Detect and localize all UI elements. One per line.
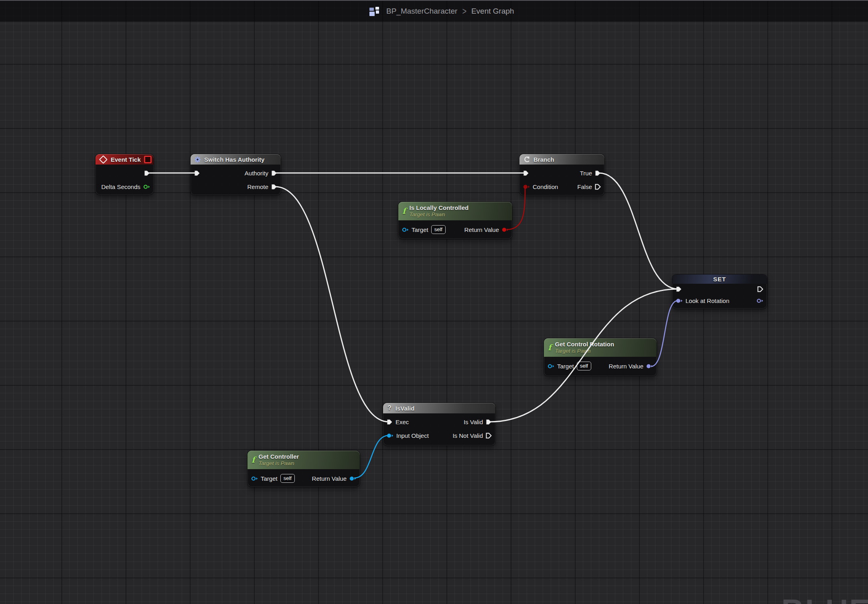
pin-label-return-value: Return Value (609, 363, 643, 370)
breadcrumb-separator-icon: > (462, 6, 466, 16)
self-reference-box[interactable]: self (280, 474, 295, 483)
is-valid-exec-pin[interactable] (486, 419, 492, 425)
node-get-control-rotation[interactable]: f Get Control Rotation Target is Pawn Ta… (544, 338, 657, 376)
node-title: SET (672, 275, 767, 284)
node-title: Get Controller (259, 453, 299, 460)
target-pin[interactable] (548, 364, 554, 369)
pin-label-remote: Remote (247, 183, 268, 190)
wire-true-to-set[interactable] (599, 173, 678, 289)
node-header[interactable]: f Get Controller Target is Pawn (247, 451, 360, 469)
event-diamond-icon (99, 155, 107, 163)
node-header[interactable]: SET (672, 275, 767, 284)
exec-in-pin[interactable] (387, 419, 393, 425)
node-header[interactable]: Branch (519, 154, 604, 165)
exec-out-pin[interactable] (144, 170, 150, 176)
pin-label-look-at-rotation: Look at Rotation (685, 297, 729, 304)
node-isvalid[interactable]: ? IsValid Exec Is Valid Input Object (383, 403, 495, 445)
node-is-locally-controlled[interactable]: f Is Locally Controlled Target is Pawn T… (398, 202, 512, 239)
node-title: Is Locally Controlled (410, 204, 469, 212)
function-f-icon: f (251, 455, 255, 465)
pin-label-false: False (577, 183, 592, 190)
return-value-pin[interactable] (349, 476, 356, 481)
target-pin[interactable] (251, 476, 258, 481)
pin-label-input-object: Input Object (396, 432, 429, 439)
pin-label-return-value: Return Value (464, 226, 499, 233)
exec-in-pin[interactable] (194, 170, 200, 176)
blueprint-class-icon (369, 6, 381, 16)
event-badge-icon (144, 156, 152, 163)
node-title: Switch Has Authority (204, 156, 264, 163)
pin-label-exec: Exec (395, 419, 409, 425)
node-title: IsValid (395, 405, 415, 412)
breadcrumb-root[interactable]: BP_MasterCharacter (386, 7, 457, 16)
pin-label-is-not-valid: Is Not Valid (452, 432, 483, 439)
look-at-rotation-out-pin[interactable] (756, 298, 763, 303)
function-f-icon: f (402, 206, 406, 216)
node-title: Event Tick (111, 156, 141, 163)
remote-exec-pin[interactable] (271, 184, 277, 190)
node-title: Branch (533, 156, 554, 163)
pin-label-authority: Authority (245, 170, 268, 177)
breadcrumb[interactable]: BP_MasterCharacter > Event Graph (369, 1, 514, 22)
exec-in-pin[interactable] (523, 170, 529, 176)
graph-title-bar: BP_MasterCharacter > Event Graph (0, 0, 868, 22)
delta-seconds-pin[interactable] (143, 184, 150, 189)
branch-arrow-icon (523, 156, 530, 163)
wire-remote-to-isvalid[interactable] (275, 187, 389, 422)
pin-label-true: True (580, 170, 592, 177)
node-switch-has-authority[interactable]: Switch Has Authority Authority Remote (191, 154, 281, 195)
pin-label-is-valid: Is Valid (464, 419, 483, 425)
node-subtitle: Target is Pawn (555, 348, 614, 354)
breadcrumb-current[interactable]: Event Graph (471, 7, 514, 16)
node-set-look-at-rotation[interactable]: SET Look at Rotation (672, 275, 767, 309)
node-header[interactable]: f Is Locally Controlled Target is Pawn (398, 202, 512, 220)
self-reference-box[interactable]: self (577, 362, 591, 370)
target-pin[interactable] (402, 227, 409, 232)
gear-icon (194, 156, 201, 163)
node-title: Get Control Rotation (555, 341, 614, 348)
authority-exec-pin[interactable] (271, 170, 277, 176)
return-value-pin[interactable] (502, 227, 509, 232)
node-event-tick[interactable]: Event Tick Delta Seconds (95, 154, 154, 195)
pin-label-condition: Condition (533, 183, 558, 190)
node-subtitle: Target is Pawn (259, 460, 299, 467)
pin-label-delta-seconds: Delta Seconds (101, 183, 140, 190)
node-branch[interactable]: Branch True Condition False (519, 154, 604, 195)
question-mark-icon: ? (387, 405, 391, 412)
return-value-pin[interactable] (646, 364, 653, 369)
pin-label-return-value: Return Value (312, 475, 347, 482)
input-object-pin[interactable] (387, 433, 393, 438)
exec-in-pin[interactable] (676, 286, 682, 292)
pin-label-target: Target (412, 226, 428, 233)
true-exec-pin[interactable] (595, 170, 601, 176)
node-header[interactable]: f Get Control Rotation Target is Pawn (544, 338, 657, 357)
pin-label-target: Target (557, 363, 574, 370)
node-header[interactable]: Switch Has Authority (191, 154, 281, 165)
condition-pin[interactable] (523, 184, 530, 189)
look-at-rotation-in-pin[interactable] (676, 298, 683, 303)
false-exec-pin[interactable] (595, 184, 601, 190)
function-f-icon: f (548, 343, 552, 352)
self-reference-box[interactable]: self (431, 225, 446, 234)
node-header[interactable]: Event Tick (95, 154, 154, 165)
is-not-valid-exec-pin[interactable] (486, 433, 492, 439)
pin-label-target: Target (261, 475, 278, 482)
blueprint-event-graph-canvas[interactable]: BLUEPRINT Event Tick Delta Seconds (0, 0, 868, 604)
node-get-controller[interactable]: f Get Controller Target is Pawn Target s… (247, 451, 360, 487)
blueprint-watermark: BLUEPRINT (781, 592, 868, 604)
node-header[interactable]: ? IsValid (383, 403, 495, 413)
node-subtitle: Target is Pawn (410, 212, 469, 218)
exec-out-pin[interactable] (757, 286, 763, 292)
